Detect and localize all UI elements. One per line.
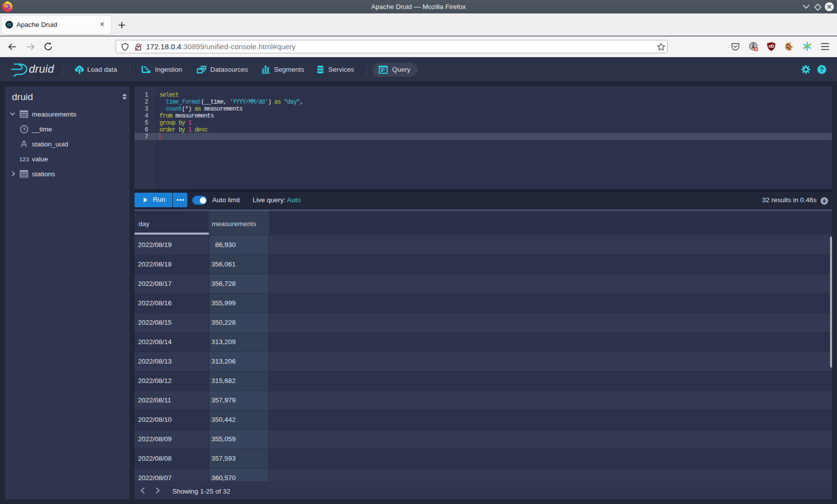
svg-text:?: ? [820, 66, 824, 73]
